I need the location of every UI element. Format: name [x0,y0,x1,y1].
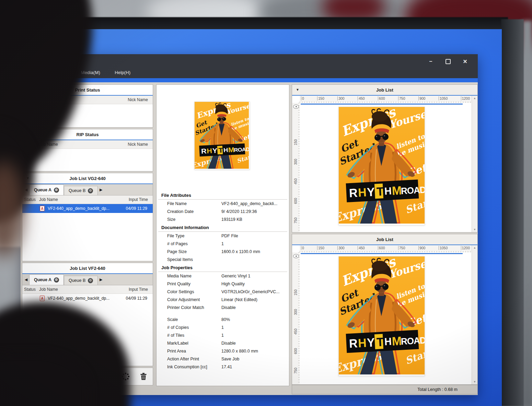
layout-preview-pane-2: Job List 015030045060075090010501200 150… [292,234,478,385]
maximize-icon[interactable] [444,58,452,65]
detail-row: Mark/LabelDisable [157,339,289,347]
ruler-tick: 300 [337,246,345,250]
detail-label: Color Settings [157,289,221,294]
gear-icon[interactable]: ⚙ [88,278,93,283]
job-preview-artwork[interactable] [338,256,425,376]
detail-label: Ink Consumption [cc] [157,365,221,369]
tab-scroll-left-icon[interactable]: ◀ [23,277,29,282]
vertical-scrollbar[interactable]: ▲ ▼ [472,96,477,232]
tab-scroll-right-icon[interactable]: ▶ [98,188,104,192]
detail-value: Generic Vinyl 1 [221,274,289,278]
tab-scroll-right-icon[interactable]: ▶ [98,277,104,282]
detail-label: Scale [157,317,221,322]
ruler-tick: 600 [293,347,298,356]
ruler-tick: 1050 [439,246,448,250]
pane2-header: Job List [292,234,477,245]
detail-label: # of Pages [157,241,221,246]
detail-value: VF2-640_app_demo_backli... [221,201,289,206]
detail-row: Creation Date9/ 4/2020 11:29:36 [157,207,289,215]
horizontal-ruler: 015030045060075090010501200 [300,245,472,253]
detail-value: Disable [221,305,289,310]
layout-preview-pane-1: ▼ Job List 015030045060075090010501200 1… [292,84,478,232]
job-row-selected[interactable]: A VF2-640_app_demo_backlit_dp... 04/09 1… [22,204,153,213]
detail-label: # of Tiles [157,333,221,338]
media-width-line [301,104,463,105]
close-icon[interactable]: × [461,58,469,65]
column-nick-name: Nick Name [128,97,153,102]
trash-icon[interactable] [139,372,148,381]
ruler-tick: 900 [418,96,426,100]
ruler-tick: 750 [398,96,405,100]
tab-queue-a[interactable]: Queue A ⚙ [29,274,64,285]
tab-queue-a[interactable]: Queue A ⚙ [29,184,64,195]
chevron-down-icon[interactable]: ▼ [296,88,299,92]
scroll-up-icon[interactable]: ▲ [472,96,477,101]
ruler-tick: 300 [337,96,345,100]
vf2-queue-tabs: ◀ Queue A ⚙ Queue B ⚙ ▶ [22,274,153,285]
column-status: Status [22,287,39,292]
job-name: VF2-640_app_demo_backlit_dp... [48,206,109,211]
tab-queue-b[interactable]: Queue B ⚙ [64,186,98,195]
detail-row: Special Items [157,255,289,263]
detail-value: 193119 KB [221,217,289,222]
vertical-scrollbar[interactable]: ▲ ▼ [472,245,477,384]
vertical-ruler: 150 300 450 600 750 900 [292,252,300,384]
minimize-icon[interactable]: – [427,58,435,65]
visibility-icon[interactable] [293,254,299,258]
detail-label: Action After Print [157,357,221,361]
column-nick-name: Nick Name [128,142,153,147]
tab-queue-b-label: Queue B [69,188,85,193]
ruler-tick: 450 [358,246,365,250]
total-length-value: Total Length : 0.68 m [417,387,458,392]
job-list-vf2-title: Job List VF2-640 [22,263,153,274]
pane1-title: Job List [376,87,393,93]
menu-help[interactable]: Help(H) [115,70,130,75]
scroll-down-icon[interactable]: ▼ [472,227,477,232]
detail-row: Color AdjustmentLinear (Not Edited) [157,296,289,303]
job-preview-artwork[interactable] [338,107,425,225]
gear-icon[interactable]: ⚙ [54,188,59,193]
detail-row: Size193119 KB [157,215,289,223]
job-details-panel: File Attributes File NameVF2-640_app_dem… [156,84,289,386]
scroll-up-icon[interactable]: ▲ [472,245,477,250]
detail-value: 9/ 4/2020 11:29:36 [221,209,289,214]
ruler-tick: 600 [378,96,385,100]
vf2-columns: Status Job Name Input Time [22,285,153,294]
detail-row: Ink Consumption [cc]17.41 [157,363,289,371]
gear-icon[interactable]: ⚙ [54,277,59,283]
visibility-icon[interactable] [293,105,299,109]
detail-value: Save Job [221,357,289,361]
background-right-strip [522,21,532,406]
job-list-vg2-title: ▼ Job List VG2-640 [22,173,153,184]
ruler-tick: 150 [293,138,298,147]
accent-strip [21,78,478,82]
column-job-name: Job Name [39,287,129,292]
detail-value: 17.41 [221,365,289,369]
detail-label: Print Quality [157,282,221,286]
job-name: VF2-640_app_demo_backlit_dp... [48,296,109,301]
ruler-tick: 750 [293,216,298,225]
scroll-down-icon[interactable]: ▼ [472,379,477,384]
job-list-vg2-label: Job List VG2-640 [69,176,105,181]
job-input-time: 04/09 11:29 [126,206,153,211]
gear-icon[interactable]: ⚙ [88,188,93,193]
ruler-tick: 150 [293,288,298,297]
column-input-time: Input Time [129,197,153,202]
ruler-tick: 450 [293,177,298,186]
tab-queue-b[interactable]: Queue B ⚙ [64,276,98,285]
pane1-header: ▼ Job List [292,85,477,96]
ruler-tick: 300 [293,308,298,317]
media-width-line [301,253,463,254]
section-file-attributes: File Attributes [158,191,287,200]
tab-queue-a-label: Queue A [34,188,51,192]
ruler-tick: 1200 [461,246,470,250]
detail-value: 1280.0 x 880.0 mm [221,349,289,354]
vertical-ruler: 150 300 450 600 750 900 [292,103,300,232]
tab-queue-b-label: Queue B [69,278,85,283]
ruler-tick: 450 [358,96,365,100]
tab-queue-a-label: Queue A [34,277,51,282]
detail-row: # of Pages1 [157,240,289,248]
detail-label: Creation Date [157,209,221,214]
job-details: File Attributes File NameVF2-640_app_dem… [157,191,289,371]
detail-label: Size [157,217,221,222]
